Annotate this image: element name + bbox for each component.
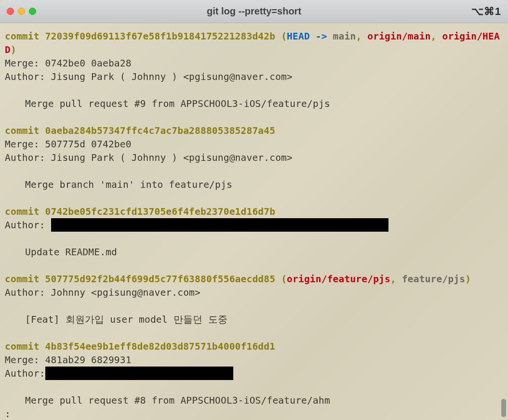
commit-merge: Merge: 481ab29 6829931 bbox=[5, 354, 503, 367]
commit-author: Author: Jisung Park ( Johnny ) <pgisung@… bbox=[5, 151, 503, 165]
pager-prompt[interactable]: : bbox=[5, 407, 503, 420]
author-prefix: Author: bbox=[5, 368, 45, 379]
ref-separator: , bbox=[390, 274, 402, 285]
commit-message: [Feat] 회원가입 user model 만들던 도중 bbox=[5, 313, 503, 327]
commit-hash-text: commit 0aeba284b57347ffc4c7ac7ba28880538… bbox=[5, 125, 275, 136]
traffic-lights bbox=[7, 8, 36, 15]
ref-feature-pjs: feature/pjs bbox=[402, 274, 465, 285]
pager-colon: : bbox=[5, 407, 11, 420]
commit-merge: Merge: 507775d 0742be0 bbox=[5, 138, 503, 151]
commit-hash-text: commit 0742be05fc231cfd13705e6f4feb2370e… bbox=[5, 206, 275, 217]
ref-separator: , bbox=[356, 31, 367, 42]
commit-author: Author: Johnny <pgisung@naver.com> bbox=[5, 286, 503, 300]
head-ref: HEAD -> bbox=[287, 31, 333, 42]
commit-message: Merge pull request #9 from APPSCHOOL3-iO… bbox=[5, 97, 503, 111]
paren-open: ( bbox=[275, 31, 287, 42]
window-title: git log --pretty=short bbox=[0, 6, 508, 17]
commit-message: Update README.md bbox=[5, 246, 503, 259]
ref-origin-feature-pjs: origin/feature/pjs bbox=[287, 274, 390, 285]
commit-hash: commit 0742be05fc231cfd13705e6f4feb2370e… bbox=[5, 205, 503, 219]
window-titlebar: git log --pretty=short ⌥⌘1 bbox=[0, 0, 508, 23]
paren-open: ( bbox=[275, 274, 287, 285]
redacted-author bbox=[51, 218, 388, 232]
close-button[interactable] bbox=[7, 8, 14, 15]
commit-hash-text: commit 4b83f54ee9b1eff8de82d03d87571b400… bbox=[5, 341, 275, 352]
commit-hash: commit 507775d92f2b44f699d5c77f63880f556… bbox=[5, 273, 503, 286]
paren-close: ) bbox=[465, 274, 471, 285]
ref-separator: , bbox=[431, 31, 442, 42]
commit-author: Author: bbox=[5, 219, 503, 232]
commit-author: Author: bbox=[5, 367, 503, 381]
terminal-content[interactable]: commit 72039f09d69113f67e58f1b9184175221… bbox=[0, 23, 508, 420]
commit-hash: commit 0aeba284b57347ffc4c7ac7ba28880538… bbox=[5, 124, 503, 138]
commit-hash-text: commit 72039f09d69113f67e58f1b9184175221… bbox=[5, 31, 275, 42]
ref-origin-main: origin/main bbox=[367, 31, 430, 42]
maximize-button[interactable] bbox=[29, 8, 36, 15]
commit-merge: Merge: 0742be0 0aeba28 bbox=[5, 57, 503, 70]
scrollbar-thumb[interactable] bbox=[501, 399, 506, 417]
commit-message: Merge branch 'main' into feature/pjs bbox=[5, 178, 503, 192]
author-prefix: Author: bbox=[5, 220, 51, 231]
redacted-author bbox=[45, 367, 233, 380]
branch-main: main bbox=[333, 31, 356, 42]
commit-hash: commit 72039f09d69113f67e58f1b9184175221… bbox=[5, 30, 503, 57]
commit-hash-text: commit 507775d92f2b44f699d5c77f63880f556… bbox=[5, 274, 275, 285]
commit-hash: commit 4b83f54ee9b1eff8de82d03d87571b400… bbox=[5, 340, 503, 354]
window-shortcut: ⌥⌘1 bbox=[471, 5, 501, 18]
commit-message: Merge pull request #8 from APPSCHOOL3-iO… bbox=[5, 394, 503, 407]
commit-author: Author: Jisung Park ( Johnny ) <pgisung@… bbox=[5, 70, 503, 84]
minimize-button[interactable] bbox=[18, 8, 25, 15]
paren-close: ) bbox=[11, 44, 16, 55]
